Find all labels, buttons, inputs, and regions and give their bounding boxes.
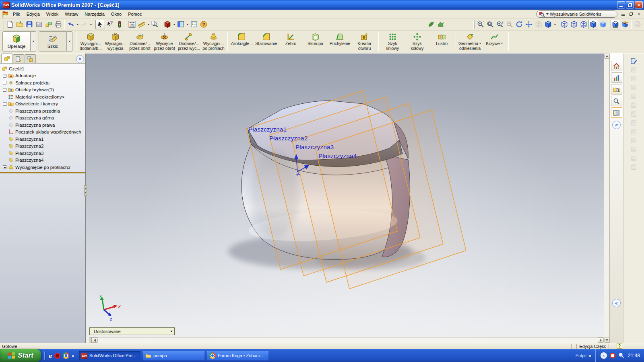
design-binder-search-button[interactable] xyxy=(150,20,160,29)
toolbar-grip[interactable] xyxy=(473,20,475,29)
view-orientation-dropdown-icon[interactable] xyxy=(553,20,557,29)
zoom-to-area-button[interactable] xyxy=(485,20,495,29)
linear-pattern-button[interactable]: Szykliniowy xyxy=(380,31,405,52)
plane-label-4[interactable]: Płaszczyzna4 xyxy=(318,152,357,159)
color-and-optics-button[interactable] xyxy=(127,20,137,29)
pane-split-handle[interactable] xyxy=(89,337,92,343)
task-button[interactable]: Forum Koga • Zobacz... xyxy=(207,351,268,360)
edit-appearance-button[interactable] xyxy=(426,20,436,29)
help-button[interactable]: ? xyxy=(199,20,208,29)
desktop-toolbar[interactable]: Pulpit » xyxy=(572,353,595,358)
doc-minimize-button[interactable] xyxy=(619,11,626,17)
hidden-lines-visible-button[interactable] xyxy=(569,20,579,29)
taskpane-tab-file-explorer[interactable] xyxy=(611,84,622,95)
menu-pomoc[interactable]: Pomoc xyxy=(125,10,145,18)
redo-dropdown-icon[interactable] xyxy=(89,20,93,29)
measure-dropdown-icon[interactable] xyxy=(147,20,150,29)
hscroll-track[interactable] xyxy=(98,337,598,343)
minimize-button[interactable] xyxy=(617,1,625,8)
zoom-in-out-button[interactable] xyxy=(495,20,505,29)
tree-item[interactable]: Płaszczyzna przednia xyxy=(0,107,85,115)
tree-item[interactable]: Płaszczyzna2 xyxy=(0,143,85,150)
task-button[interactable]: pompa xyxy=(143,351,204,360)
search-dropdown-icon[interactable] xyxy=(546,13,549,15)
view-orientation-button[interactable] xyxy=(543,20,553,29)
rotate-view-button[interactable] xyxy=(514,20,524,29)
solidworks-search[interactable]: Wyszukiwanie SolidWorks xyxy=(536,10,617,18)
menu-okno[interactable]: Okno xyxy=(108,10,125,18)
hide-icons-icon[interactable]: ‹ xyxy=(601,352,607,359)
quick-tips-icon[interactable]: ? xyxy=(617,343,622,349)
panel-collapse-icon[interactable]: « xyxy=(612,299,621,307)
quicklaunch-grip[interactable] xyxy=(44,352,45,360)
panel-splitter[interactable] xyxy=(84,185,87,196)
selection-filter-button[interactable] xyxy=(105,20,115,29)
scroll-right-button[interactable] xyxy=(598,337,604,343)
taskpane-collapse-icon[interactable]: « xyxy=(612,121,621,129)
revolved-cut-button[interactable]: Wycięcieprzez obrót xyxy=(152,31,177,52)
expander-icon[interactable] xyxy=(3,165,6,169)
quicklaunch-overflow-icon[interactable]: » xyxy=(72,353,74,358)
doc-close-button[interactable]: × xyxy=(636,11,642,17)
make-drawing-from-part-button[interactable] xyxy=(34,20,44,29)
undo-button[interactable] xyxy=(66,20,76,29)
wireframe-button[interactable] xyxy=(559,20,569,29)
new-document-button[interactable] xyxy=(5,20,15,29)
task-button[interactable]: SWSolidWorks Office Pre... xyxy=(79,351,140,360)
tray-opera-icon[interactable] xyxy=(610,353,615,358)
curves-button[interactable]: Krzywe xyxy=(482,31,507,52)
circular-pattern-button[interactable]: Szykkołowy xyxy=(405,31,429,52)
tree-item[interactable]: Wyciągnięcie po profilach3 xyxy=(0,164,85,171)
chrome-icon[interactable] xyxy=(63,352,69,359)
toolbar-grip[interactable] xyxy=(3,20,4,29)
taskpane-tab-solidworks-resources[interactable] xyxy=(611,61,622,71)
reference-geometry-button[interactable]: Geometriaodniesienia xyxy=(458,31,482,52)
menu-wstaw[interactable]: Wstaw xyxy=(62,10,81,18)
extruded-cut-button[interactable]: path d="M8 1L14 4 8 7 2 4z" fill="#f2cf4… xyxy=(103,31,128,52)
expander-icon[interactable] xyxy=(3,74,6,78)
tree-item[interactable]: Płaszczyzna4 xyxy=(0,157,85,164)
opera-icon[interactable] xyxy=(54,353,60,359)
tree-item[interactable]: Spinacz projektu xyxy=(0,79,85,86)
commandmanager-tab-operacje[interactable]: Operacje xyxy=(2,31,31,51)
commandmanager-tab-operacje-dropdown-icon[interactable] xyxy=(31,31,36,51)
shadows-in-shaded-mode-button[interactable]: path d="M8 1L14 4 8 7 2 4z" fill="#9fc3f… xyxy=(611,20,620,29)
plane-label-3[interactable]: Płaszczyzna3 xyxy=(295,144,334,150)
shaded-with-edges-button[interactable] xyxy=(588,20,598,29)
rollback-bar[interactable] xyxy=(0,172,85,173)
restore-button[interactable] xyxy=(626,1,634,8)
internet-explorer-icon[interactable]: e xyxy=(49,352,52,359)
shell-button[interactable]: Skorupa xyxy=(303,31,328,52)
tab-featuremanager[interactable] xyxy=(1,53,12,63)
taskpane-tab-design-library[interactable] xyxy=(611,72,622,83)
lofted-boss-base-button[interactable]: Wyciągni...po profilach xyxy=(201,31,226,52)
tree-item[interactable]: Płaszczyzna prawa xyxy=(0,121,85,129)
solidworks-addins-button[interactable] xyxy=(163,20,172,29)
combo-dropdown-icon[interactable] xyxy=(168,328,174,335)
vertical-scrollbar[interactable] xyxy=(604,53,609,343)
taskpane-tab-search[interactable] xyxy=(611,96,622,106)
hole-wizard-button[interactable]: Kreatorotworu xyxy=(352,31,377,52)
window-panels-dropdown-icon[interactable] xyxy=(186,20,189,29)
tree-root-part[interactable]: Część1 xyxy=(0,65,85,72)
mirror-button[interactable]: Lustro xyxy=(429,31,454,52)
options-button[interactable] xyxy=(189,20,199,29)
shaded-button[interactable] xyxy=(598,20,608,29)
plane-label-2[interactable]: Płaszczyzna2 xyxy=(269,135,308,142)
expander-icon[interactable] xyxy=(3,102,6,106)
edit-part-button[interactable] xyxy=(629,57,639,65)
fillet-button[interactable]: Zaokrągle... xyxy=(229,31,254,52)
select-button[interactable] xyxy=(95,20,105,29)
horizontal-scrollbar[interactable] xyxy=(89,337,604,343)
undo-dropdown-icon[interactable] xyxy=(76,20,79,29)
document-system-icon[interactable] xyxy=(2,11,9,17)
revolved-boss-base-button[interactable]: Dodanie/...przez obrót xyxy=(128,31,152,52)
graphics-viewport[interactable]: y x z Płaszczyzna1Płaszczyzna2Płaszczyzn… xyxy=(86,53,604,343)
save-button[interactable] xyxy=(25,20,34,29)
zoom-to-fit-button[interactable] xyxy=(476,20,485,29)
vscroll-track[interactable] xyxy=(604,59,609,337)
expander-icon[interactable] xyxy=(3,88,6,92)
print-button[interactable] xyxy=(54,20,63,29)
measure-button[interactable] xyxy=(137,20,147,29)
scroll-left-button[interactable] xyxy=(92,337,98,343)
